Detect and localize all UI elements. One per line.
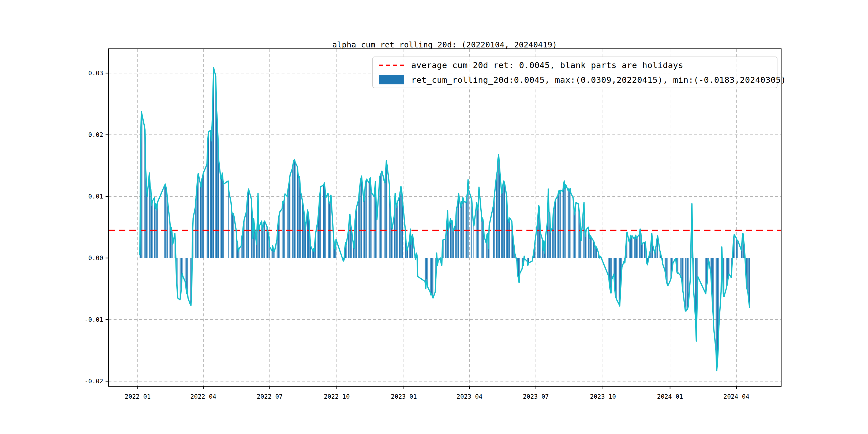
x-tick-label: 2024-01 [657,393,683,400]
chart-title: alpha cum ret rolling 20d: (20220104, 20… [332,40,557,49]
y-tick-label: 0.02 [88,131,103,138]
y-tick-label: 0.01 [88,193,103,200]
legend-label-series: ret_cum_rolling_20d:0.0045, max:(0.0309,… [411,75,786,85]
figure: 0.030.020.010.00-0.01-0.022022-012022-04… [0,0,868,434]
legend-item-average: average cum 20d ret: 0.0045, blank parts… [373,58,777,72]
x-tick-label: 2022-01 [125,393,151,400]
bars-series [140,67,750,371]
x-axis: 2022-012022-042022-072022-102023-012023-… [125,386,750,400]
y-tick-label: -0.01 [85,316,103,323]
x-tick-label: 2022-04 [190,393,216,400]
x-tick-label: 2023-04 [457,393,483,400]
x-tick-label: 2023-01 [391,393,417,400]
legend-label-average: average cum 20d ret: 0.0045, blank parts… [411,60,683,70]
legend-item-series: ret_cum_rolling_20d:0.0045, max:(0.0309,… [373,72,777,87]
gridlines [108,49,781,386]
x-tick-label: 2022-07 [257,393,283,400]
y-tick-label: 0.00 [88,254,103,261]
x-tick-label: 2022-10 [324,393,350,400]
legend: average cum 20d ret: 0.0045, blank parts… [372,57,777,88]
x-tick-label: 2024-04 [723,393,749,400]
bar-swatch [379,75,404,84]
x-tick-label: 2023-07 [523,393,549,400]
x-tick-label: 2023-10 [590,393,616,400]
line-series [140,67,750,371]
y-axis: 0.030.020.010.00-0.01-0.02 [85,70,108,385]
y-tick-label: 0.03 [88,70,103,76]
plot-border [108,49,781,386]
dashed-line-swatch [379,64,404,66]
y-tick-label: -0.02 [85,378,103,385]
